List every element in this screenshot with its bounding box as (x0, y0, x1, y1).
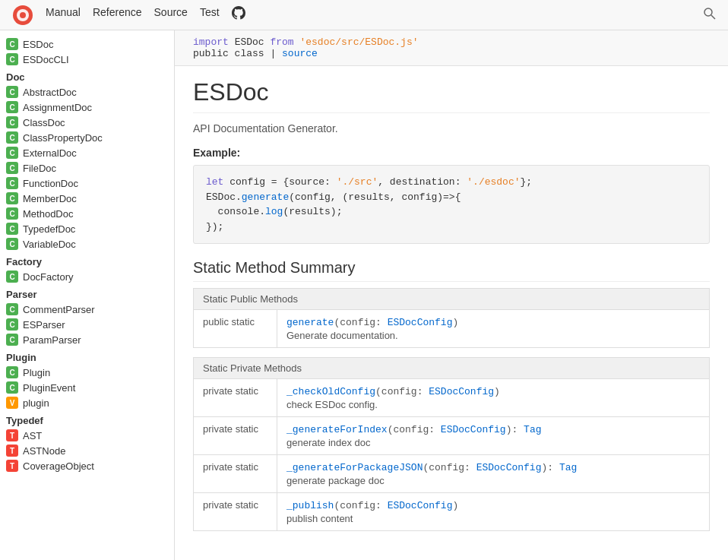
nav-reference[interactable]: Reference (93, 6, 142, 24)
esdocconfig-link[interactable]: ESDocConfig (476, 462, 542, 473)
method-description: Generate documentation. (286, 330, 700, 341)
esdocconfig-link[interactable]: ESDocConfig (388, 317, 453, 328)
table-row: private static _generateForPackageJSON(c… (194, 455, 710, 493)
sidebar-item-memberdoc[interactable]: CMemberDoc (0, 191, 174, 206)
esdocconfig-link[interactable]: ESDocConfig (441, 424, 506, 435)
import-bar: import ESDoc from 'esdoc/src/ESDoc.js' p… (175, 30, 728, 66)
method-publish-link[interactable]: _publish (286, 500, 334, 511)
sidebar-item-esdoc[interactable]: C ESDoc (0, 36, 174, 52)
source-link[interactable]: source (282, 48, 318, 59)
badge-c: C (6, 381, 18, 394)
method-params: (config: ESDocConfig) (375, 386, 500, 397)
sidebar-group-factory: Factory (0, 252, 174, 269)
sidebar: C ESDoc C ESDocCLI Doc CAbstractDoc CAss… (0, 30, 175, 560)
sidebar-item-typedefdoc[interactable]: CTypedefDoc (0, 221, 174, 236)
badge-t: T (6, 460, 18, 472)
sidebar-item-plugin[interactable]: CPlugin (0, 365, 174, 380)
table-row: public static generate(config: ESDocConf… (194, 310, 710, 348)
method-params: (config: ESDocConfig): Tag (423, 462, 577, 473)
badge-t: T (6, 445, 18, 457)
method-detail: generate(config: ESDocConfig) Generate d… (277, 310, 710, 348)
sidebar-item-plugin-v[interactable]: Vplugin (0, 395, 174, 410)
badge-c: C (6, 53, 18, 65)
badge-c: C (6, 223, 18, 235)
nav-test[interactable]: Test (200, 6, 220, 24)
method-params: (config: ESDocConfig): Tag (388, 424, 542, 435)
sidebar-item-externaldoc[interactable]: CExternalDoc (0, 145, 174, 160)
badge-c: C (6, 38, 18, 50)
sidebar-item-astnode[interactable]: TASTNode (0, 443, 174, 458)
class-description: API Documentation Generator. (193, 122, 710, 134)
sidebar-item-classpropertydoc[interactable]: CClassPropertyDoc (0, 130, 174, 145)
method-detail: _generateForPackageJSON(config: ESDocCon… (277, 455, 710, 493)
badge-c: C (6, 318, 18, 331)
badge-c: C (6, 271, 18, 283)
tag-link[interactable]: Tag (559, 462, 577, 473)
sidebar-item-esdoccli[interactable]: C ESDocCLI (0, 52, 174, 67)
sidebar-item-functiondoc[interactable]: CFunctionDoc (0, 176, 174, 191)
sidebar-item-esparser[interactable]: CESParser (0, 317, 174, 332)
sidebar-item-variabledoc[interactable]: CVariableDoc (0, 236, 174, 252)
header: Manual Reference Source Test (0, 0, 728, 30)
sidebar-item-label: ESDocCLI (23, 54, 69, 65)
import-name: ESDoc (235, 36, 271, 48)
sidebar-group-doc: Doc (0, 67, 174, 84)
content-area: ESDoc API Documentation Generator. Examp… (175, 66, 728, 552)
github-icon[interactable] (232, 6, 245, 24)
sidebar-group-parser: Parser (0, 284, 174, 302)
badge-t: T (6, 429, 18, 441)
method-params: (config: ESDocConfig) (334, 317, 458, 328)
import-path: 'esdoc/src/ESDoc.js' (299, 36, 418, 48)
badge-c: C (6, 131, 18, 144)
sidebar-item-ast[interactable]: TAST (0, 428, 174, 443)
badge-c: C (6, 334, 18, 346)
method-generateforpackagejson-link[interactable]: _generateForPackageJSON (286, 462, 423, 473)
sidebar-item-classdoc[interactable]: CClassDoc (0, 115, 174, 130)
method-modifier: public static (194, 310, 277, 348)
sidebar-item-abstractdoc[interactable]: CAbstractDoc (0, 84, 174, 100)
static-public-methods-header: Static Public Methods (194, 289, 710, 310)
sidebar-item-coverageobject[interactable]: TCoverageObject (0, 458, 174, 473)
sidebar-item-methoddoc[interactable]: CMethodDoc (0, 206, 174, 221)
method-description: generate index doc (286, 437, 700, 448)
sidebar-item-paramparser[interactable]: CParamParser (0, 332, 174, 347)
table-row: private static _generateForIndex(config:… (194, 417, 710, 455)
sidebar-group-plugin: Plugin (0, 347, 174, 365)
badge-c: C (6, 192, 18, 204)
table-row: private static _publish(config: ESDocCon… (194, 493, 710, 531)
import-keyword: import (193, 36, 229, 48)
esdocconfig-link[interactable]: ESDocConfig (388, 500, 453, 511)
table-row: private static _checkOldConfig(config: E… (194, 379, 710, 417)
logo-icon (12, 5, 33, 26)
static-private-methods-table: Static Private Methods private static _c… (193, 357, 710, 531)
sidebar-item-commentparser[interactable]: CCommentParser (0, 302, 174, 317)
import-from: from (270, 36, 293, 48)
method-detail: _generateForIndex(config: ESDocConfig): … (277, 417, 710, 455)
layout: C ESDoc C ESDocCLI Doc CAbstractDoc CAss… (0, 30, 728, 560)
badge-v: V (6, 397, 18, 409)
sidebar-group-typedef: Typedef (0, 410, 174, 428)
search-icon[interactable] (704, 8, 716, 23)
method-detail: _publish(config: ESDocConfig) publish co… (277, 493, 710, 531)
method-modifier: private static (194, 379, 277, 417)
nav-manual[interactable]: Manual (46, 6, 81, 24)
badge-c: C (6, 303, 18, 315)
badge-c: C (6, 101, 18, 113)
badge-c: C (6, 207, 18, 220)
badge-c: C (6, 238, 18, 250)
sidebar-item-pluginevent[interactable]: CPluginEvent (0, 380, 174, 395)
static-private-methods-header: Static Private Methods (194, 358, 710, 379)
sidebar-item-assignmentdoc[interactable]: CAssignmentDoc (0, 100, 174, 115)
static-method-summary-title: Static Method Summary (193, 259, 710, 282)
sidebar-item-docfactory[interactable]: CDocFactory (0, 269, 174, 284)
esdocconfig-link[interactable]: ESDocConfig (429, 386, 494, 397)
nav-source[interactable]: Source (154, 6, 188, 24)
method-checkoldconfig-link[interactable]: _checkOldConfig (286, 386, 375, 397)
page-title: ESDoc (193, 78, 710, 113)
tag-link[interactable]: Tag (524, 424, 541, 435)
sidebar-item-filedoc[interactable]: CFileDoc (0, 160, 174, 176)
sidebar-item-label: ESDoc (23, 39, 53, 50)
method-generateforindex-link[interactable]: _generateForIndex (286, 424, 388, 435)
example-code: let config = {source: './src', destinati… (193, 165, 710, 244)
method-generate-link[interactable]: generate (286, 317, 334, 328)
